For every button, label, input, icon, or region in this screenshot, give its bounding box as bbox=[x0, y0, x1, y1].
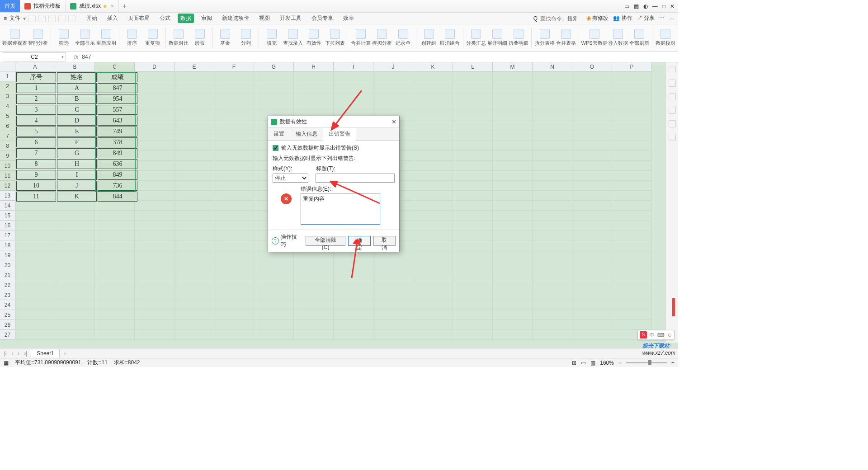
more-icon[interactable]: ⋯ bbox=[659, 14, 665, 22]
row-header[interactable]: 4 bbox=[0, 101, 15, 111]
row-header[interactable]: 16 bbox=[0, 221, 15, 230]
checkbox-input[interactable] bbox=[273, 145, 278, 151]
grid-icon[interactable]: ▦ bbox=[634, 3, 639, 9]
ribbon-button[interactable]: 折叠明细 bbox=[508, 28, 528, 47]
print-icon[interactable] bbox=[38, 15, 46, 22]
column-header[interactable]: G bbox=[254, 62, 294, 71]
ime-icon[interactable]: ⌨ bbox=[657, 332, 665, 338]
column-header[interactable]: J bbox=[373, 62, 413, 71]
column-header[interactable]: E bbox=[175, 62, 214, 71]
ribbon-button[interactable]: 排序 bbox=[122, 28, 142, 47]
tab-home[interactable]: 首页 bbox=[0, 0, 20, 12]
formula-value[interactable]: 847 bbox=[82, 54, 91, 60]
undo-icon[interactable] bbox=[58, 15, 66, 22]
column-header[interactable]: P bbox=[612, 62, 652, 71]
menu-icon[interactable]: ≡ bbox=[4, 15, 7, 22]
zoom-slider[interactable] bbox=[626, 362, 667, 363]
menu-tab[interactable]: 开发工具 bbox=[277, 14, 304, 23]
ribbon-button[interactable]: 全部刷新 bbox=[629, 28, 649, 47]
ribbon-button[interactable]: 数据校对 bbox=[655, 28, 675, 47]
layout-icon[interactable]: ▭ bbox=[624, 3, 629, 9]
sheet-nav-prev[interactable]: ‹ bbox=[10, 350, 14, 357]
row-header[interactable]: 22 bbox=[0, 280, 15, 290]
show-error-checkbox[interactable]: 输入无效数据时显示出错警告(S) bbox=[273, 144, 395, 152]
sidebar-icon[interactable] bbox=[669, 66, 676, 73]
ribbon-button[interactable]: 查找录入 bbox=[283, 28, 303, 47]
row-header[interactable]: 24 bbox=[0, 300, 15, 310]
column-header[interactable]: M bbox=[493, 62, 533, 71]
menu-tab[interactable]: 视图 bbox=[256, 14, 273, 23]
unsaved-indicator[interactable]: ◉ 有修改 bbox=[586, 14, 609, 22]
ribbon-button[interactable]: 模拟分析 bbox=[372, 28, 392, 47]
close-window-icon[interactable]: ✕ bbox=[670, 3, 675, 9]
close-icon[interactable]: × bbox=[111, 3, 114, 9]
column-header[interactable]: C bbox=[95, 62, 135, 71]
ribbon-button[interactable]: 下拉列表 bbox=[325, 28, 345, 47]
ribbon-button[interactable]: 基金 bbox=[215, 28, 235, 47]
row-header[interactable]: 25 bbox=[0, 310, 15, 320]
fx-icon[interactable]: fx bbox=[74, 54, 78, 60]
zoom-value[interactable]: 160% bbox=[600, 360, 614, 366]
tab-templates[interactable]: 找稻壳模板 bbox=[20, 0, 66, 12]
ribbon-button[interactable]: 全部显示 bbox=[75, 28, 95, 47]
user-icon[interactable]: ◐ bbox=[643, 3, 648, 9]
ribbon-button[interactable]: 数据对比 bbox=[169, 28, 189, 47]
sidebar-icon[interactable] bbox=[669, 107, 676, 114]
menu-tab[interactable]: 会员专享 bbox=[309, 14, 336, 23]
tab-add[interactable]: + bbox=[119, 0, 130, 12]
dialog-tab[interactable]: 设置 bbox=[268, 128, 290, 140]
select-all-corner[interactable] bbox=[0, 62, 15, 71]
menu-tab[interactable]: 数据 bbox=[178, 14, 194, 23]
maximize-icon[interactable]: □ bbox=[662, 3, 665, 9]
menu-tab[interactable]: 公式 bbox=[157, 14, 173, 23]
row-header[interactable]: 6 bbox=[0, 121, 15, 131]
sheet-nav-last[interactable]: ›| bbox=[23, 350, 28, 357]
ribbon-button[interactable]: 填充 bbox=[262, 28, 282, 47]
ribbon-button[interactable]: 智能分析 bbox=[28, 28, 48, 47]
sheet-add[interactable]: + bbox=[62, 350, 67, 357]
dialog-tab[interactable]: 出错警告 bbox=[323, 128, 356, 141]
column-header[interactable]: N bbox=[533, 62, 572, 71]
column-header[interactable]: O bbox=[572, 62, 612, 71]
row-header[interactable]: 5 bbox=[0, 111, 15, 121]
menu-tab[interactable]: 插入 bbox=[104, 14, 121, 23]
tips-link[interactable]: 操作技巧 bbox=[272, 233, 302, 249]
coop-button[interactable]: 👥 协作 bbox=[613, 14, 632, 22]
name-box[interactable]: C2 bbox=[3, 52, 66, 61]
ribbon-button[interactable]: WPS云数据 bbox=[582, 28, 607, 47]
column-header[interactable]: H bbox=[294, 62, 334, 71]
ribbon-button[interactable]: 有效性 bbox=[304, 28, 324, 47]
sidebar-icon[interactable] bbox=[669, 120, 676, 127]
tab-file[interactable]: 成绩.xlsx× bbox=[66, 0, 119, 12]
status-icon[interactable]: ▦ bbox=[4, 360, 9, 366]
sheet-nav-first[interactable]: |‹ bbox=[3, 350, 8, 357]
ok-button[interactable]: 确定 bbox=[348, 236, 370, 246]
view-icon[interactable]: ⊞ bbox=[572, 360, 576, 366]
zoom-out[interactable]: − bbox=[618, 360, 622, 366]
chevron-up-icon[interactable]: ︿ bbox=[669, 14, 675, 22]
row-header[interactable]: 23 bbox=[0, 290, 15, 300]
ribbon-button[interactable]: 合并计算 bbox=[351, 28, 371, 47]
row-header[interactable]: 3 bbox=[0, 91, 15, 101]
row-header[interactable]: 19 bbox=[0, 250, 15, 260]
ribbon-button[interactable]: 分列 bbox=[236, 28, 256, 47]
row-header[interactable]: 20 bbox=[0, 260, 15, 270]
view-icon[interactable]: ▭ bbox=[581, 360, 586, 366]
dialog-title-bar[interactable]: 数据有效性 ✕ bbox=[268, 116, 399, 128]
row-header[interactable]: 27 bbox=[0, 330, 15, 340]
column-header[interactable]: K bbox=[413, 62, 453, 71]
column-header[interactable]: I bbox=[334, 62, 373, 71]
ribbon-button[interactable]: 导入数据 bbox=[608, 28, 628, 47]
ribbon-button[interactable]: 重新应用 bbox=[96, 28, 116, 47]
row-header[interactable]: 26 bbox=[0, 320, 15, 330]
sidebar-icon[interactable] bbox=[669, 93, 676, 100]
dialog-close-icon[interactable]: ✕ bbox=[392, 118, 396, 125]
menu-tab[interactable]: 审阅 bbox=[198, 14, 215, 23]
title-input[interactable] bbox=[316, 174, 395, 183]
ribbon-button[interactable]: 分类汇总 bbox=[466, 28, 486, 47]
row-header[interactable]: 8 bbox=[0, 141, 15, 151]
redo-icon[interactable] bbox=[68, 15, 75, 22]
file-menu[interactable]: 文件 bbox=[9, 14, 20, 22]
preview-icon[interactable] bbox=[48, 15, 56, 22]
row-header[interactable]: 9 bbox=[0, 151, 15, 161]
